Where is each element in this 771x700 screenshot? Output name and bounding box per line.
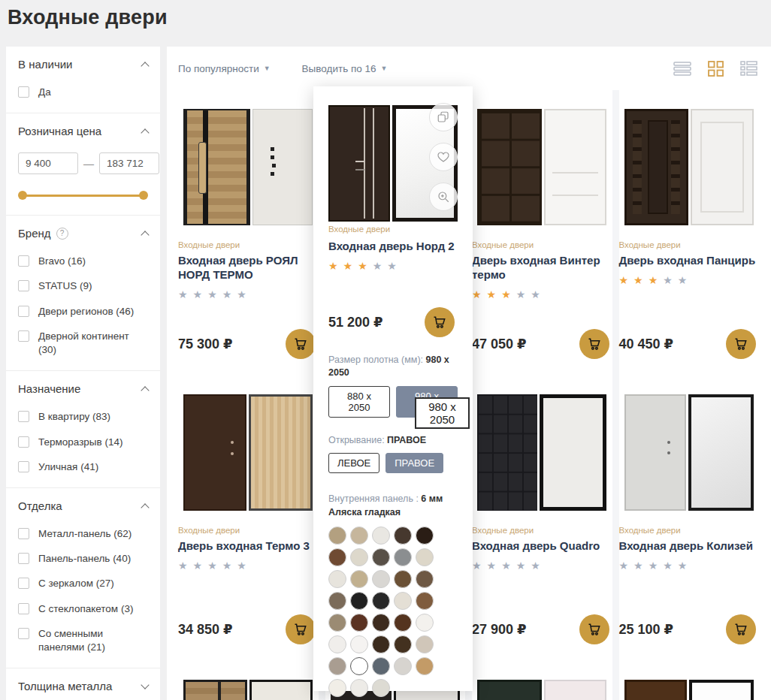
product-title[interactable]: Дверь входная Панцирь	[619, 254, 760, 268]
product-card[interactable]: Входные двери Дверь входная Панцирь ★★★★…	[619, 90, 760, 376]
product-title[interactable]: Входная дверь Quadro	[472, 539, 612, 554]
checkbox[interactable]	[18, 255, 29, 267]
filter-option-finish[interactable]: Металл-панель (62)	[18, 527, 148, 541]
panel-swatch[interactable]	[328, 635, 346, 653]
price-range-slider[interactable]	[20, 191, 147, 200]
panel-swatch[interactable]	[372, 592, 390, 610]
add-to-cart-button[interactable]	[425, 307, 455, 337]
panel-swatch[interactable]	[350, 548, 368, 566]
checkbox[interactable]	[18, 330, 29, 342]
product-image[interactable]	[624, 680, 754, 700]
filter-option-brand[interactable]: Двери регионов (46)	[18, 305, 148, 318]
price-max-input[interactable]	[99, 152, 159, 174]
panel-swatch[interactable]	[394, 657, 412, 675]
list-view-icon[interactable]	[672, 60, 693, 77]
filter-option-purpose[interactable]: В квартиру (83)	[18, 410, 148, 424]
panel-swatch[interactable]	[416, 635, 434, 653]
product-title[interactable]: Дверь входная Винтер термо	[472, 254, 612, 282]
product-category-link[interactable]: Входные двери	[178, 240, 319, 249]
filter-option-brand[interactable]: Дверной континент (30)	[18, 330, 148, 357]
product-category-link[interactable]: Входные двери	[619, 240, 760, 249]
panel-swatch[interactable]	[328, 548, 346, 566]
panel-swatch[interactable]	[394, 527, 412, 545]
panel-swatch[interactable]	[372, 527, 390, 545]
opening-option-button-selected[interactable]: ПРАВОЕ	[386, 453, 443, 473]
panel-swatch[interactable]	[394, 635, 412, 653]
product-title[interactable]: Входная дверь РОЯЛ НОРД ТЕРМО	[178, 254, 319, 282]
product-card[interactable]	[178, 661, 319, 700]
panel-swatch[interactable]	[350, 570, 368, 588]
panel-swatch[interactable]	[416, 614, 434, 632]
panel-swatch[interactable]	[394, 548, 412, 566]
panel-swatch[interactable]	[350, 679, 368, 697]
add-to-cart-button[interactable]	[579, 329, 609, 359]
filter-option-brand[interactable]: Bravo (16)	[18, 255, 148, 268]
checkbox[interactable]	[18, 461, 29, 472]
panel-swatch[interactable]	[350, 657, 368, 675]
product-image[interactable]	[183, 394, 313, 511]
panel-swatch[interactable]	[416, 570, 434, 588]
product-image[interactable]	[477, 394, 606, 511]
filter-header-availability[interactable]: В наличии	[18, 58, 148, 71]
filter-header-brand[interactable]: Бренд?	[18, 227, 148, 240]
product-image[interactable]	[183, 109, 313, 225]
filter-option-purpose[interactable]: Уличная (41)	[18, 460, 148, 474]
product-category-link[interactable]: Входные двери	[472, 240, 612, 249]
panel-swatch[interactable]	[350, 614, 368, 632]
panel-swatch[interactable]	[372, 570, 390, 588]
filter-option-finish[interactable]: С зеркалом (27)	[18, 577, 148, 590]
panel-swatch[interactable]	[328, 527, 346, 545]
panel-swatch[interactable]	[416, 527, 434, 545]
filter-header-price[interactable]: Розничная цена	[18, 125, 148, 137]
grid-view-icon[interactable]	[706, 59, 725, 78]
sort-dropdown[interactable]: По популярности ▼	[178, 63, 271, 74]
add-to-cart-button[interactable]	[286, 614, 316, 644]
slider-handle-min[interactable]	[18, 191, 27, 200]
compare-icon[interactable]	[429, 103, 458, 131]
filter-option-finish[interactable]: С стеклопакетом (3)	[18, 602, 148, 616]
product-card[interactable]: Входные двери Дверь входная Винтер термо…	[472, 90, 612, 376]
panel-swatch[interactable]	[372, 614, 390, 632]
panel-swatch[interactable]	[372, 548, 390, 566]
product-card[interactable]	[472, 661, 612, 700]
product-category-link[interactable]: Входные двери	[472, 526, 612, 535]
filter-header-metal-thickness[interactable]: Толщина металла	[18, 680, 148, 692]
panel-swatch[interactable]	[372, 679, 390, 697]
filter-option-brand[interactable]: STATUS (9)	[18, 279, 148, 293]
panel-swatch[interactable]	[394, 570, 412, 588]
panel-swatch[interactable]	[394, 592, 412, 610]
filter-header-finish[interactable]: Отделка	[18, 499, 148, 512]
slider-handle-max[interactable]	[139, 191, 148, 200]
product-image[interactable]	[183, 680, 313, 700]
product-image[interactable]	[624, 394, 754, 511]
product-category-link[interactable]: Входные двери	[178, 526, 319, 535]
product-image[interactable]	[477, 680, 606, 700]
product-card[interactable]: Входные двери Дверь входная Термо 3 ★★★★…	[178, 376, 319, 661]
opening-option-button[interactable]: ЛЕВОЕ	[328, 453, 379, 473]
checkbox[interactable]	[18, 411, 29, 422]
product-category-link[interactable]: Входные двери	[619, 526, 760, 535]
filter-option-finish[interactable]: Панель-панель (40)	[18, 552, 148, 566]
product-card-expanded[interactable]: Входные двери Входная дверь Норд 2 ★★★★★…	[313, 86, 473, 691]
checkbox[interactable]	[18, 628, 29, 639]
checkbox[interactable]	[18, 528, 29, 539]
panel-swatch[interactable]	[328, 592, 346, 610]
panel-swatch[interactable]	[372, 635, 390, 653]
panel-swatch[interactable]	[328, 679, 346, 697]
product-category-link[interactable]: Входные двери	[328, 225, 390, 234]
filter-header-purpose[interactable]: Назначение	[18, 382, 148, 395]
zoom-plus-icon[interactable]	[429, 183, 458, 211]
product-card[interactable]: Входные двери Входная дверь РОЯЛ НОРД ТЕ…	[178, 90, 319, 376]
checkbox[interactable]	[18, 306, 29, 317]
checkbox[interactable]	[18, 436, 29, 448]
panel-swatch[interactable]	[416, 592, 434, 610]
add-to-cart-button[interactable]	[726, 329, 756, 359]
panel-swatch[interactable]	[350, 635, 368, 653]
product-title[interactable]: Входная дверь Норд 2	[328, 240, 458, 254]
checkbox[interactable]	[18, 86, 29, 98]
checkbox[interactable]	[18, 603, 29, 614]
panel-swatch[interactable]	[328, 570, 346, 588]
filter-option-purpose[interactable]: Терморазрыв (14)	[18, 436, 148, 449]
filter-option-finish[interactable]: Со сменными панелями (21)	[18, 627, 148, 654]
add-to-cart-button[interactable]	[579, 614, 609, 644]
